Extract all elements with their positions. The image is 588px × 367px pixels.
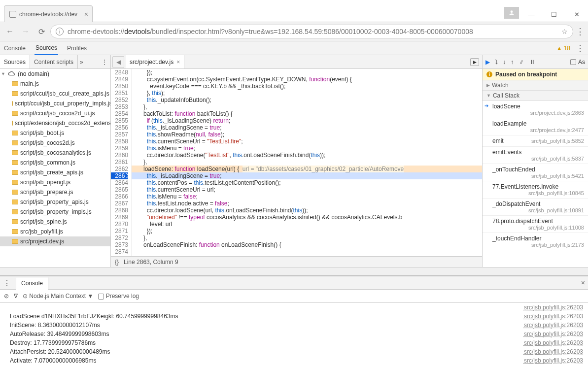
- debugger-panel: ▶ ⤵ ↓ ↑ ⫽ ⏸ As i Paused on breakpoint ▶W…: [482, 55, 588, 267]
- callstack-frame[interactable]: loadScenesrc/project.dev.js:2863: [483, 101, 588, 118]
- warning-count[interactable]: ▲ 18: [556, 45, 570, 52]
- code-area[interactable]: 2848284928502851285228532854285528562857…: [111, 69, 482, 256]
- file-item[interactable]: script/jsb_create_apis.js: [0, 167, 110, 177]
- editor-tab[interactable]: src/project.dev.js ×: [126, 55, 184, 68]
- file-item[interactable]: script/ccui/jsb_ccui_create_apis.js: [0, 89, 110, 99]
- callstack-list: loadScenesrc/project.dev.js:2863loadExam…: [483, 101, 588, 267]
- tab-profiles[interactable]: Profiles: [66, 42, 88, 55]
- callstack-frame[interactable]: 78.proto.dispatchEventsrc/jsb_polyfill.j…: [483, 216, 588, 233]
- files-tab-sources[interactable]: Sources: [0, 55, 30, 68]
- log-row: LoadScene d1NHXHs35F1rbFJZKeigkl: 60.745…: [0, 312, 588, 321]
- log-row: AttachPersist: 20.52400000000489mssrc/js…: [0, 347, 588, 356]
- browser-menu-icon[interactable]: ⋮: [575, 26, 585, 37]
- async-toggle[interactable]: As: [570, 59, 585, 66]
- callstack-frame[interactable]: loadExamplesrc/project.dev.js:2477: [483, 118, 588, 135]
- tab-sources[interactable]: Sources: [35, 41, 58, 55]
- log-source-link[interactable]: src/jsb polyfill.js:26203: [524, 312, 583, 321]
- pause-on-exceptions-button[interactable]: ⏸: [529, 59, 535, 66]
- sources-body: Sources Content scripts » ⋮ ▼(no domain)…: [0, 55, 588, 267]
- toggle-navigator-icon[interactable]: ◀: [112, 56, 124, 68]
- file-item[interactable]: script/jsb_opengl.js: [0, 177, 110, 187]
- reload-button[interactable]: ⟳: [35, 25, 48, 38]
- log-row: Activate: 7.070000000006985mssrc/jsb pol…: [0, 356, 588, 365]
- watch-section[interactable]: ▶Watch: [483, 80, 588, 91]
- callstack-frame[interactable]: emitsrc/jsb_polyfill.js:5852: [483, 135, 588, 147]
- files-panel-menu-icon[interactable]: ⋮: [102, 59, 107, 66]
- editor: ◀ src/project.dev.js × ▶ 284828492850285…: [111, 55, 482, 267]
- page-icon: [9, 11, 16, 18]
- code-lines[interactable]: }); cc.systemEvent.on(cc.SystemEvent.Eve…: [132, 69, 482, 256]
- editor-status-bar: {} Line 2863, Column 9: [111, 256, 482, 267]
- drawer-close-icon[interactable]: ×: [581, 279, 585, 287]
- callstack-frame[interactable]: 77.EventListeners.invokesrc/jsb_polyfill…: [483, 181, 588, 199]
- site-info-icon[interactable]: i: [56, 28, 64, 35]
- tab-title: chrome-devtools://dev: [19, 11, 81, 18]
- console-body[interactable]: src/jsb polyfill.js:26203LoadScene d1NHX…: [0, 303, 588, 367]
- file-item[interactable]: script/jsb_spine.js: [0, 217, 110, 227]
- deactivate-breakpoints-button[interactable]: ⫽: [519, 59, 524, 66]
- step-over-button[interactable]: ⤵: [495, 59, 498, 66]
- preserve-log-toggle[interactable]: Preserve log: [98, 293, 139, 300]
- devtools-menu-icon[interactable]: ⋮: [575, 43, 585, 54]
- url-text: chrome-devtools://devtools/bundled/inspe…: [68, 28, 473, 35]
- callstack-frame[interactable]: _touchEndHandlersrc/jsb_polyfill.js:2173: [483, 233, 588, 250]
- file-item[interactable]: script/jsb_boot.js: [0, 128, 110, 138]
- filter-icon[interactable]: ∇: [14, 293, 18, 300]
- callstack-frame[interactable]: _doDispatchEventsrc/jsb_polyfill.js:1089…: [483, 199, 588, 216]
- tree-domain[interactable]: ▼(no domain): [0, 69, 110, 79]
- file-item[interactable]: src/jsb_polyfill.js: [0, 227, 110, 236]
- tab-close-icon[interactable]: ×: [84, 10, 88, 18]
- bookmark-icon[interactable]: ☆: [561, 28, 568, 35]
- console-context[interactable]: ⊙ Node.js Main Context ▼: [23, 293, 93, 300]
- url-box[interactable]: i chrome-devtools://devtools/bundled/ins…: [50, 25, 573, 38]
- file-item[interactable]: main.js: [0, 79, 110, 89]
- file-item[interactable]: script/extension/jsb_cocos2d_extension.j…: [0, 118, 110, 128]
- svg-point-0: [511, 10, 513, 13]
- close-button[interactable]: ✕: [565, 7, 588, 22]
- file-item[interactable]: script/jsb_cocos2d.js: [0, 138, 110, 148]
- file-item[interactable]: script/jsb_property_impls.js: [0, 207, 110, 217]
- editor-tab-label: src/project.dev.js: [130, 59, 173, 66]
- step-out-button[interactable]: ↑: [511, 59, 514, 66]
- resume-button[interactable]: ▶: [485, 59, 490, 66]
- tab-console[interactable]: Console: [3, 42, 27, 55]
- file-item[interactable]: script/jsb_prepare.js: [0, 187, 110, 197]
- file-item[interactable]: script/jsb_property_apis.js: [0, 197, 110, 207]
- back-button[interactable]: ←: [3, 25, 17, 38]
- files-tab-content-scripts[interactable]: Content scripts: [30, 55, 78, 68]
- log-source-link[interactable]: src/jsb polyfill.js:26203: [524, 347, 583, 356]
- drawer-menu-icon[interactable]: ⋮: [3, 278, 11, 288]
- user-icon[interactable]: [504, 7, 519, 19]
- forward-button[interactable]: →: [19, 25, 33, 38]
- minimize-button[interactable]: —: [520, 7, 543, 22]
- browser-tab[interactable]: chrome-devtools://dev ×: [4, 5, 93, 22]
- more-tabs-icon[interactable]: »: [80, 59, 83, 66]
- files-panel-tabs: Sources Content scripts » ⋮: [0, 55, 110, 69]
- file-item[interactable]: script/jsb_common.js: [0, 158, 110, 167]
- callstack-frame[interactable]: emitEventssrc/jsb_polyfill.js:5837: [483, 147, 588, 164]
- file-item[interactable]: script/ccui/jsb_cocos2d_ui.js: [0, 108, 110, 118]
- window-titlebar: chrome-devtools://dev × — ☐ ✕: [0, 0, 588, 22]
- log-source-link[interactable]: src/jsb polyfill.js:26203: [524, 338, 583, 347]
- pretty-print-icon[interactable]: {}: [115, 259, 119, 266]
- log-source-link[interactable]: src/jsb polyfill.js:26203: [524, 356, 583, 365]
- record-button[interactable]: ▶: [470, 58, 479, 66]
- cursor-position: Line 2863, Column 9: [124, 259, 178, 266]
- maximize-button[interactable]: ☐: [543, 7, 565, 22]
- horizontal-scrollbar[interactable]: [0, 267, 588, 275]
- file-tree[interactable]: ▼(no domain)main.jsscript/ccui/jsb_ccui_…: [0, 69, 110, 267]
- callstack-section[interactable]: ▼Call Stack: [483, 91, 588, 101]
- log-row: Destroy: 17.77399999975786mssrc/jsb poly…: [0, 338, 588, 347]
- callstack-frame[interactable]: _onTouchEndedsrc/jsb_polyfill.js:5421: [483, 164, 588, 181]
- log-source-link[interactable]: src/jsb polyfill.js:26203: [524, 321, 583, 330]
- log-source-link[interactable]: src/jsb polyfill.js:26203: [524, 330, 583, 338]
- file-item[interactable]: script/jsb_cocosanalytics.js: [0, 148, 110, 158]
- step-into-button[interactable]: ↓: [503, 59, 506, 66]
- gutter[interactable]: 2848284928502851285228532854285528562857…: [111, 69, 132, 256]
- file-item[interactable]: script/ccui/jsb_ccui_property_impls.js: [0, 99, 110, 108]
- log-row: AutoRelease: 39.48499999998603mssrc/jsb …: [0, 330, 588, 338]
- clear-console-icon[interactable]: ⊘: [4, 293, 9, 300]
- file-item[interactable]: src/project.dev.js: [0, 236, 110, 246]
- editor-tab-close-icon[interactable]: ×: [176, 59, 180, 66]
- drawer-tab-console[interactable]: Console: [16, 277, 48, 290]
